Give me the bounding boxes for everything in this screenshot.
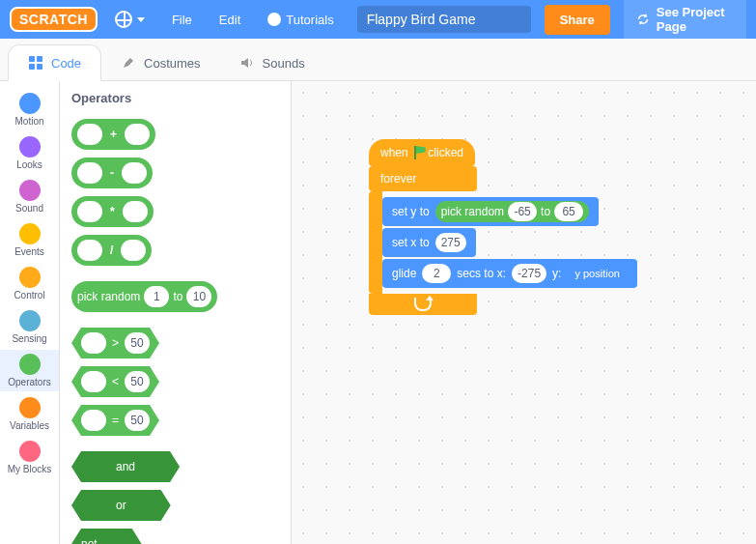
num-input[interactable]: -275 [512, 264, 546, 283]
num-input[interactable]: 50 [125, 371, 150, 392]
category-operators[interactable]: Operators [0, 350, 59, 391]
project-title-input[interactable] [357, 6, 531, 33]
tab-code[interactable]: Code [8, 44, 101, 81]
category-dot-icon [19, 397, 41, 418]
forever-block[interactable]: forever [369, 166, 477, 191]
num-input[interactable] [81, 371, 106, 392]
editor-tabs: Code Costumes Sounds [0, 39, 756, 81]
num-input[interactable] [77, 162, 102, 184]
svg-rect-1 [37, 56, 42, 62]
bool-input[interactable] [132, 497, 161, 514]
category-variables[interactable]: Variables [0, 393, 59, 435]
category-label: My Blocks [8, 464, 52, 474]
num-input[interactable] [123, 201, 148, 222]
bool-input[interactable] [141, 458, 170, 475]
forever-block-bottom [369, 294, 477, 315]
category-dot-icon [19, 310, 41, 331]
category-label: Control [14, 290, 44, 301]
num-input[interactable]: -65 [508, 202, 537, 221]
category-events[interactable]: Events [0, 219, 59, 261]
bool-input[interactable] [81, 497, 110, 514]
category-dot-icon [19, 180, 41, 201]
operator-eq-block[interactable]: =50 [71, 405, 159, 436]
operator-pick-random-block[interactable]: pick random1to10 [71, 281, 217, 312]
see-project-label: See Project Page [657, 5, 733, 34]
category-dot-icon [19, 93, 41, 114]
category-label: Motion [14, 116, 43, 127]
forever-block-side [369, 191, 382, 294]
refresh-icon [637, 12, 649, 27]
glide-block[interactable]: glide 2 secs to x: -275 y: y position [382, 259, 637, 288]
category-dot-icon [19, 354, 41, 375]
set-x-to-block[interactable]: set x to 275 [382, 228, 476, 257]
block-stack[interactable]: when clicked forever set y to pick rando… [369, 139, 637, 315]
operator-not-block[interactable]: not [71, 529, 142, 544]
num-input[interactable]: 50 [125, 332, 150, 354]
operator-add-block[interactable]: + [71, 119, 155, 150]
bool-input[interactable] [103, 535, 132, 544]
num-input[interactable]: 50 [125, 410, 150, 431]
share-button[interactable]: Share [545, 5, 610, 35]
category-dot-icon [19, 223, 41, 244]
category-sensing[interactable]: Sensing [0, 306, 59, 348]
block-palette: Operators + - * / pick random1to10 >50 <… [60, 81, 292, 544]
scratch-logo[interactable]: SCRATCH [10, 7, 98, 32]
operator-gt-block[interactable]: >50 [71, 328, 159, 358]
edit-menu[interactable]: Edit [210, 7, 250, 33]
operator-mul-block[interactable]: * [71, 196, 154, 227]
operator-div-block[interactable]: / [71, 235, 152, 266]
num-input[interactable] [125, 124, 150, 145]
y-position-reporter[interactable]: y position [567, 264, 627, 283]
speaker-icon [239, 55, 255, 71]
num-input[interactable] [81, 410, 106, 431]
see-project-page-button[interactable]: See Project Page [624, 0, 746, 42]
bool-input[interactable] [81, 458, 110, 475]
menu-bar: SCRATCH File Edit Tutorials Share See Pr… [0, 0, 756, 39]
operator-sub-block[interactable]: - [71, 157, 153, 188]
svg-rect-0 [29, 56, 35, 62]
category-dot-icon [19, 441, 41, 462]
operator-and-block[interactable]: and [71, 451, 180, 482]
script-canvas[interactable]: when clicked forever set y to pick rando… [292, 81, 756, 544]
tab-costumes[interactable]: Costumes [101, 45, 220, 80]
globe-icon [115, 11, 132, 28]
num-input[interactable]: 2 [422, 264, 451, 283]
language-menu[interactable] [105, 5, 154, 34]
paintbrush-icon [121, 55, 136, 71]
num-input[interactable]: 1 [144, 286, 169, 307]
chevron-down-icon [137, 17, 145, 22]
lightbulb-icon [267, 13, 281, 26]
num-input[interactable]: 10 [186, 286, 211, 307]
num-input[interactable]: 275 [435, 233, 466, 252]
block-categories: MotionLooksSoundEventsControlSensingOper… [0, 81, 60, 544]
workspace: MotionLooksSoundEventsControlSensingOper… [0, 81, 756, 544]
category-label: Events [14, 246, 44, 257]
num-input[interactable] [77, 240, 102, 261]
category-label: Sound [15, 203, 43, 214]
tab-costumes-label: Costumes [144, 56, 201, 71]
operator-lt-block[interactable]: <50 [71, 366, 159, 397]
operator-or-block[interactable]: or [71, 490, 171, 521]
num-input[interactable] [77, 201, 102, 222]
category-label: Operators [8, 377, 50, 387]
category-dot-icon [19, 136, 41, 157]
category-motion[interactable]: Motion [0, 89, 59, 130]
pick-random-block[interactable]: pick random -65 to 65 [435, 201, 589, 222]
tab-sounds[interactable]: Sounds [220, 45, 324, 80]
category-control[interactable]: Control [0, 263, 59, 304]
num-input[interactable] [77, 124, 102, 145]
category-looks[interactable]: Looks [0, 132, 59, 174]
file-menu[interactable]: File [162, 7, 202, 33]
category-my-blocks[interactable]: My Blocks [0, 437, 59, 478]
tutorials-button[interactable]: Tutorials [258, 7, 343, 33]
svg-rect-3 [37, 64, 42, 70]
num-input[interactable] [122, 162, 147, 184]
green-flag-icon [414, 146, 423, 159]
num-input[interactable] [121, 240, 146, 261]
num-input[interactable] [81, 332, 106, 354]
category-sound[interactable]: Sound [0, 176, 59, 217]
set-y-to-block[interactable]: set y to pick random -65 to 65 [382, 197, 599, 226]
num-input[interactable]: 65 [554, 202, 583, 221]
category-label: Sensing [12, 333, 46, 344]
when-flag-clicked-block[interactable]: when clicked [369, 139, 475, 166]
